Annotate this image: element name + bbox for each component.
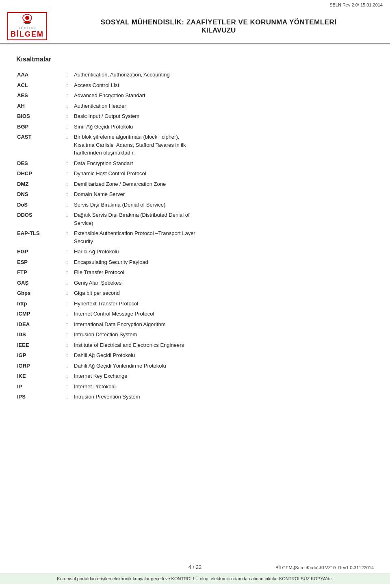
- list-item: DHCP:Dynamic Host Control Protocol: [16, 168, 374, 179]
- abbr-term: IPS: [16, 392, 61, 402]
- abbr-definition: Geniş Alan Şebekesi: [73, 278, 374, 288]
- colon-separator: :: [61, 350, 73, 361]
- abbr-term: BGP: [16, 122, 61, 132]
- list-item: ACL:Access Control List: [16, 80, 374, 91]
- version-label: SBLN Rev 2.0/ 15.01.2014: [329, 2, 383, 7]
- abbr-term: DNS: [16, 189, 61, 200]
- list-item: FTP:File Transfer Protocol: [16, 267, 374, 278]
- list-item: Gbps:Giga bit per second: [16, 288, 374, 298]
- list-item: AAA:Authentication, Authorization, Accou…: [16, 70, 374, 80]
- list-item: DMZ:Demilitarized Zone / Demarcation Zon…: [16, 179, 374, 189]
- colon-separator: :: [61, 319, 73, 330]
- abbr-definition: International Data Encryption Algorithm: [73, 319, 374, 330]
- abbr-definition: Internet Key Exchange: [73, 371, 374, 381]
- abbr-term: IKE: [16, 371, 61, 381]
- colon-separator: :: [61, 278, 73, 288]
- abbr-definition: Harici Ağ Protokolü: [73, 246, 374, 257]
- main-title: SOSYAL MÜHENDİSLİK: ZAAFİYETLER VE KORUN…: [54, 18, 383, 26]
- abbr-definition: Sınır Ağ Geçidi Protokolü: [73, 122, 374, 132]
- list-item: IP:İnternet Protokolü: [16, 381, 374, 392]
- abbr-term: AAA: [16, 70, 61, 80]
- colon-separator: :: [61, 200, 73, 210]
- abbr-term: BIOS: [16, 111, 61, 122]
- list-item: BIOS:Basic Input / Output System: [16, 111, 374, 122]
- colon-separator: :: [61, 309, 73, 319]
- abbr-term: DoS: [16, 200, 61, 210]
- abbr-term: EGP: [16, 246, 61, 257]
- list-item: ESP:Encapsulating Security Payload: [16, 257, 374, 268]
- abbr-term: ICMP: [16, 309, 61, 319]
- colon-separator: :: [61, 111, 73, 122]
- abbr-definition: Servis Dışı Bırakma (Denial of Service): [73, 200, 374, 210]
- abbr-definition: Dahili Ağ Geçidi Yönlendirme Protokolü: [73, 361, 374, 371]
- abbr-term: AES: [16, 90, 61, 101]
- header: TÜBİTAK BİLGEM SOSYAL MÜHENDİSLİK: ZAAFİ…: [0, 8, 390, 44]
- list-item: EAP-TLS:Extensible Authentication Protoc…: [16, 228, 374, 246]
- abbr-term: IGRP: [16, 361, 61, 371]
- list-item: IDEA:International Data Encryption Algor…: [16, 319, 374, 330]
- list-item: http:Hypertext Transfer Protocol: [16, 298, 374, 309]
- abbr-definition: Intrusion Detection System: [73, 329, 374, 340]
- logo-top-label: TÜBİTAK: [18, 26, 36, 30]
- list-item: AH:Authentication Header: [16, 101, 374, 111]
- abbr-term: AH: [16, 101, 61, 111]
- list-item: ICMP:Internet Control Message Protocol: [16, 309, 374, 319]
- abbr-definition: Intrusion Prevention System: [73, 392, 374, 402]
- abbr-term: DHCP: [16, 168, 61, 179]
- abbr-definition: Dynamic Host Control Protocol: [73, 168, 374, 179]
- list-item: IEEE:Institute of Electrical and Electro…: [16, 340, 374, 351]
- sub-title: KILAVUZU: [54, 26, 383, 35]
- svg-rect-3: [25, 23, 30, 24]
- list-item: IGP:Dahili Ağ Geçidi Protokolü: [16, 350, 374, 361]
- list-item: DNS:Domain Name Server: [16, 189, 374, 200]
- abbr-definition: Hypertext Transfer Protocol: [73, 298, 374, 309]
- colon-separator: :: [61, 228, 73, 246]
- list-item: AES:Advanced Encryption Standart: [16, 90, 374, 101]
- colon-separator: :: [61, 257, 73, 268]
- logo-icon: [21, 14, 34, 25]
- abbr-definition: Authentication Header: [73, 101, 374, 111]
- abbr-term: GAŞ: [16, 278, 61, 288]
- logo-area: TÜBİTAK BİLGEM: [7, 12, 47, 40]
- abbr-term: IDS: [16, 329, 61, 340]
- colon-separator: :: [61, 329, 73, 340]
- list-item: DoS:Servis Dışı Bırakma (Denial of Servi…: [16, 200, 374, 210]
- abbr-definition: Basic Input / Output System: [73, 111, 374, 122]
- abbr-definition: Demilitarized Zone / Demarcation Zone: [73, 179, 374, 189]
- footer-notice: Kurumsal portaldan erişilen elektronik k…: [0, 573, 390, 584]
- colon-separator: :: [61, 101, 73, 111]
- colon-separator: :: [61, 70, 73, 80]
- abbreviations-table: AAA:Authentication, Authorization, Accou…: [16, 70, 374, 402]
- colon-separator: :: [61, 189, 73, 200]
- svg-point-1: [25, 16, 29, 20]
- colon-separator: :: [61, 267, 73, 278]
- list-item: EGP:Harici Ağ Protokolü: [16, 246, 374, 257]
- list-item: GAŞ:Geniş Alan Şebekesi: [16, 278, 374, 288]
- list-item: IDS:Intrusion Detection System: [16, 329, 374, 340]
- abbr-term: DDOS: [16, 210, 61, 228]
- colon-separator: :: [61, 288, 73, 298]
- abbr-term: IGP: [16, 350, 61, 361]
- section-title: Kısaltmalar: [16, 56, 374, 63]
- colon-separator: :: [61, 246, 73, 257]
- abbr-term: IDEA: [16, 319, 61, 330]
- footer-code: BİLGEM-[SurecKodu]-KLVZ10_Rev1.0-3112201…: [275, 565, 374, 570]
- abbr-definition: Domain Name Server: [73, 189, 374, 200]
- abbr-definition: Access Control List: [73, 80, 374, 91]
- colon-separator: :: [61, 381, 73, 392]
- abbr-term: DES: [16, 158, 61, 169]
- abbr-term: IEEE: [16, 340, 61, 351]
- colon-separator: :: [61, 340, 73, 351]
- abbr-definition: İnternet Protokolü: [73, 381, 374, 392]
- abbr-definition: Dağıtık Servis Dışı Bırakma (Distributed…: [73, 210, 374, 228]
- header-title: SOSYAL MÜHENDİSLİK: ZAAFİYETLER VE KORUN…: [54, 18, 383, 35]
- svg-rect-2: [24, 22, 31, 23]
- abbr-term: IP: [16, 381, 61, 392]
- abbr-definition: Institute of Electrical and Electronics …: [73, 340, 374, 351]
- colon-separator: :: [61, 371, 73, 381]
- colon-separator: :: [61, 158, 73, 169]
- abbr-term: Gbps: [16, 288, 61, 298]
- abbr-definition: File Transfer Protocol: [73, 267, 374, 278]
- list-item: IPS:Intrusion Prevention System: [16, 392, 374, 402]
- abbr-definition: Authentication, Authorization, Accountin…: [73, 70, 374, 80]
